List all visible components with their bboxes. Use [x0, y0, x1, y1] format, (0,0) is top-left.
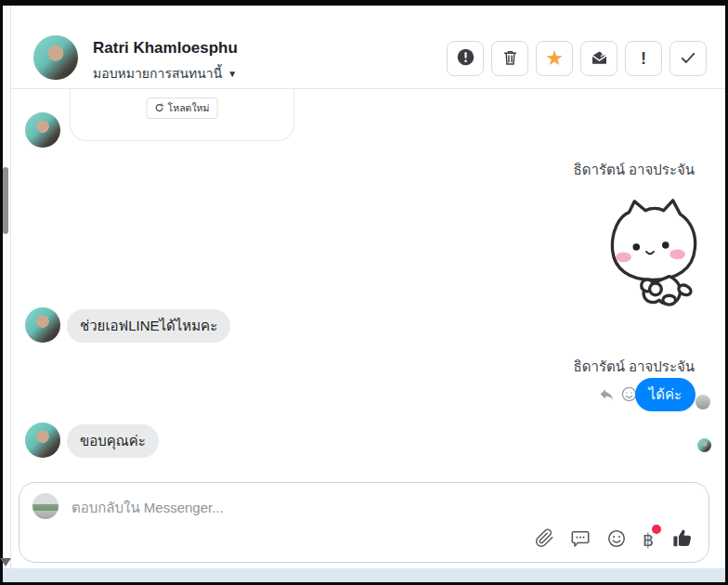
agent-name-label: ธิดารัตน์ อาจประจัน — [574, 159, 695, 181]
scrollbar-thumb[interactable] — [3, 167, 8, 234]
check-icon — [679, 48, 697, 70]
agent-name-label: ธิดารัตน์ อาจประจัน — [574, 356, 695, 378]
reply-input[interactable] — [70, 494, 668, 520]
page-avatar — [32, 493, 58, 519]
customer-avatar — [25, 112, 60, 148]
report-button[interactable] — [447, 41, 484, 76]
reload-icon — [155, 103, 164, 114]
messenger-chat-window: Ratri Khamloesphu มอบหมายการสนทนานี้ ▼ ★ — [0, 0, 728, 585]
message-bubble-agent[interactable]: ได้ค่ะ — [635, 378, 696, 411]
delete-button[interactable] — [491, 41, 528, 76]
mail-unread-icon — [590, 48, 609, 70]
mark-done-button[interactable] — [670, 41, 707, 76]
message-bubble-customer[interactable]: ขอบคุณค่ะ — [67, 424, 159, 458]
conversation-toolbar: ★ ! — [447, 41, 707, 76]
left-panel-divider — [10, 6, 11, 582]
saved-replies-icon[interactable] — [570, 528, 591, 552]
conversation-header: Ratri Khamloesphu มอบหมายการสนทนานี้ ▼ ★ — [11, 6, 725, 89]
exclamation-circle-icon — [456, 47, 475, 70]
attachment-bubble-partial: โหลดใหม่ — [70, 89, 294, 141]
baht-symbol: ฿ — [643, 530, 654, 550]
follow-up-button[interactable]: ★ — [536, 41, 573, 76]
composer-icons: ฿ — [535, 527, 694, 552]
reload-label: โหลดใหม่ — [168, 100, 210, 116]
contact-avatar — [33, 35, 78, 80]
reload-button[interactable]: โหลดใหม่ — [147, 98, 218, 119]
cat-sticker — [592, 195, 711, 308]
seen-indicator-avatar — [697, 438, 711, 452]
scrollbar-down-arrow[interactable] — [0, 558, 11, 566]
notification-dot — [652, 525, 661, 534]
reply-icon[interactable] — [598, 386, 615, 406]
mark-unread-button[interactable] — [580, 41, 618, 76]
reply-composer: ฿ — [19, 482, 709, 563]
agent-mini-avatar — [696, 395, 710, 410]
payment-icon[interactable]: ฿ — [643, 531, 656, 549]
paperclip-icon[interactable] — [535, 528, 554, 552]
contact-name: Ratri Khamloesphu — [93, 39, 238, 58]
chevron-down-icon: ▼ — [228, 69, 237, 79]
trash-icon — [501, 48, 519, 70]
emoji-icon[interactable] — [606, 528, 627, 552]
exclamation-icon: ! — [641, 49, 646, 69]
message-bubble-customer[interactable]: ช่วยเอฟLINEได้ไหมคะ — [67, 309, 230, 343]
assign-label: มอบหมายการสนทนานี้ — [93, 63, 222, 84]
star-icon: ★ — [545, 48, 564, 69]
assign-conversation-dropdown[interactable]: มอบหมายการสนทนานี้ ▼ — [93, 63, 237, 84]
customer-avatar — [25, 422, 60, 458]
thumbs-up-icon[interactable] — [671, 527, 694, 552]
bottom-strip — [3, 568, 725, 582]
mark-spam-button[interactable]: ! — [625, 41, 662, 76]
customer-avatar — [25, 307, 60, 343]
